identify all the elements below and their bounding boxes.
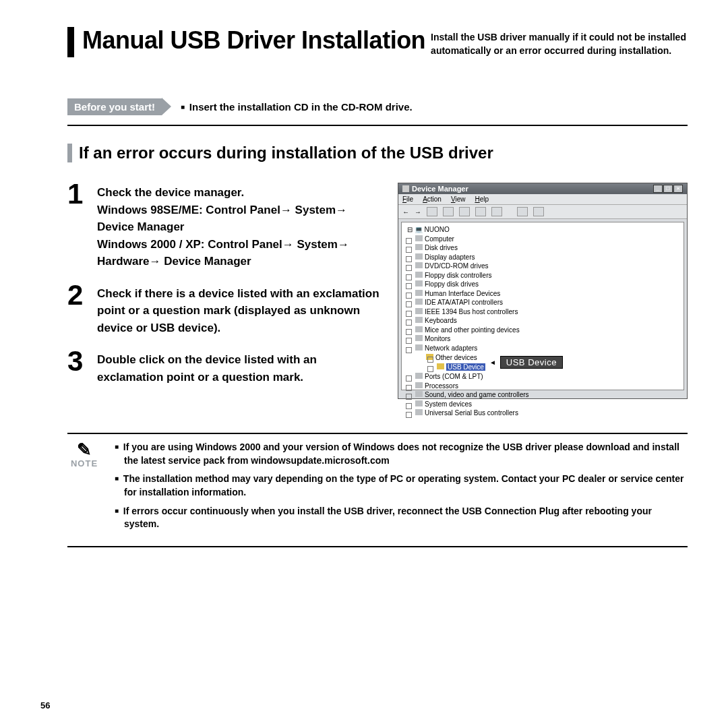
steps-column: 1 Check the device manager. Windows 98SE… bbox=[67, 183, 382, 399]
note-item: If you are using Windows 2000 and your v… bbox=[115, 441, 688, 467]
tree-item[interactable]: Keyboards bbox=[404, 316, 681, 326]
tree-item[interactable]: Disk drives bbox=[404, 243, 681, 253]
device-icon bbox=[415, 326, 423, 332]
tree-item[interactable]: Universal Serial Bus controllers bbox=[404, 408, 681, 418]
page-title: Manual USB Driver Installation bbox=[82, 27, 425, 54]
device-icon bbox=[415, 308, 423, 314]
before-text: Insert the installation CD in the CD-ROM… bbox=[181, 101, 413, 113]
toolbar-button[interactable] bbox=[517, 207, 528, 216]
toolbar: ← → bbox=[398, 205, 687, 219]
note-item: The installation method may vary dependi… bbox=[115, 473, 688, 499]
device-icon bbox=[415, 400, 423, 406]
device-icon bbox=[415, 317, 423, 323]
tree-item[interactable]: IDE ATA/ATAPI controllers bbox=[404, 298, 681, 307]
menu-help[interactable]: Help bbox=[475, 195, 489, 203]
minimize-button[interactable]: _ bbox=[653, 185, 663, 193]
device-icon bbox=[415, 253, 423, 260]
note-label-column: ✎ NOTE bbox=[67, 441, 101, 537]
step-text: Check the device manager. Windows 98SE/M… bbox=[97, 183, 382, 270]
tree-item[interactable]: IEEE 1394 Bus host controllers bbox=[404, 307, 681, 317]
device-manager-window: Device Manager _ □ × File Action View He… bbox=[398, 183, 688, 399]
device-icon bbox=[415, 344, 423, 351]
toolbar-button[interactable] bbox=[475, 207, 486, 216]
tree-item[interactable]: Ports (COM & LPT) bbox=[404, 372, 681, 382]
page-subtitle: Install the USB driver manually if it co… bbox=[431, 31, 688, 57]
device-icon bbox=[415, 409, 423, 415]
step-text: Double click on the device listed with a… bbox=[97, 350, 382, 386]
callout-arrow-icon: ◄ bbox=[489, 359, 496, 366]
menu-view[interactable]: View bbox=[451, 195, 466, 203]
menu-file[interactable]: File bbox=[402, 195, 413, 203]
tree-item-usb-device[interactable]: USB Device bbox=[426, 363, 485, 372]
note-list: If you are using Windows 2000 and your v… bbox=[115, 441, 688, 537]
step-number: 2 bbox=[67, 284, 88, 337]
tree-item[interactable]: System devices bbox=[404, 400, 681, 409]
forward-icon[interactable]: → bbox=[415, 208, 421, 216]
tree-item[interactable]: Network adapters bbox=[404, 344, 681, 353]
svg-marker-0 bbox=[162, 98, 171, 115]
tree-item[interactable]: Floppy disk controllers bbox=[404, 271, 681, 280]
page-header: Manual USB Driver Installation Install t… bbox=[67, 27, 688, 57]
window-buttons: _ □ × bbox=[653, 185, 683, 193]
device-icon bbox=[415, 272, 423, 278]
menu-bar: File Action View Help bbox=[398, 194, 687, 205]
before-badge-wrap: Before you start! bbox=[67, 98, 171, 115]
question-icon bbox=[437, 363, 444, 369]
divider bbox=[67, 125, 688, 126]
before-badge: Before you start! bbox=[67, 98, 162, 115]
step-2: 2 Check if there is a device listed with… bbox=[67, 284, 382, 337]
toolbar-button[interactable] bbox=[459, 207, 470, 216]
device-icon bbox=[415, 244, 423, 250]
tree-item[interactable]: Computer bbox=[404, 235, 681, 244]
window-titlebar: Device Manager _ □ × bbox=[398, 183, 687, 194]
device-icon bbox=[415, 280, 423, 286]
tree-item[interactable]: Processors bbox=[404, 382, 681, 391]
toolbar-button[interactable] bbox=[491, 207, 502, 216]
device-icon bbox=[415, 382, 423, 388]
tree-item[interactable]: Sound, video and game controllers bbox=[404, 390, 681, 400]
close-button[interactable]: × bbox=[673, 185, 683, 193]
other-devices-row: Other devices USB Device ◄ USB Device bbox=[404, 353, 681, 371]
window-title: Device Manager bbox=[402, 185, 468, 193]
step-number: 1 bbox=[67, 183, 88, 270]
tree-item[interactable]: Monitors bbox=[404, 334, 681, 344]
note-block: ✎ NOTE If you are using Windows 2000 and… bbox=[67, 433, 688, 547]
tree-root[interactable]: ⊟ 💻 NUONO bbox=[404, 225, 681, 235]
usb-device-callout: USB Device bbox=[500, 356, 563, 369]
menu-action[interactable]: Action bbox=[423, 195, 442, 203]
device-tree[interactable]: ⊟ 💻 NUONO Computer Disk drives Display a… bbox=[401, 222, 684, 390]
before-you-start-row: Before you start! Insert the installatio… bbox=[67, 98, 688, 115]
tree-item[interactable]: Mice and other pointing devices bbox=[404, 326, 681, 335]
back-icon[interactable]: ← bbox=[402, 208, 409, 216]
step-3: 3 Double click on the device listed with… bbox=[67, 350, 382, 386]
tree-item[interactable]: Display adapters bbox=[404, 253, 681, 262]
device-icon bbox=[415, 290, 423, 296]
note-label: NOTE bbox=[67, 458, 101, 468]
badge-arrow-icon bbox=[162, 98, 171, 115]
toolbar-button[interactable] bbox=[533, 207, 544, 216]
tree-item[interactable]: Human Interface Devices bbox=[404, 289, 681, 299]
device-icon bbox=[415, 235, 423, 241]
body-row: 1 Check the device manager. Windows 98SE… bbox=[67, 183, 688, 399]
tree-item-other-devices[interactable]: Other devices bbox=[426, 353, 485, 363]
toolbar-button[interactable] bbox=[427, 207, 437, 216]
step-text: Check if there is a device listed with a… bbox=[97, 284, 382, 337]
tree-item[interactable]: Floppy disk drives bbox=[404, 280, 681, 289]
device-icon bbox=[415, 373, 423, 379]
device-icon bbox=[415, 335, 423, 341]
page-number: 56 bbox=[40, 700, 50, 710]
step-1: 1 Check the device manager. Windows 98SE… bbox=[67, 183, 382, 270]
device-icon bbox=[415, 391, 423, 397]
device-icon bbox=[415, 299, 423, 305]
device-icon bbox=[415, 262, 423, 268]
toolbar-button[interactable] bbox=[443, 207, 454, 216]
step-number: 3 bbox=[67, 350, 88, 386]
note-item: If errors occur continuously when you in… bbox=[115, 505, 688, 531]
section-heading: If an error occurs during installation o… bbox=[67, 144, 688, 162]
note-hand-icon: ✎ bbox=[67, 441, 101, 458]
question-icon bbox=[426, 354, 433, 360]
maximize-button[interactable]: □ bbox=[663, 185, 673, 193]
tree-item[interactable]: DVD/CD-ROM drives bbox=[404, 262, 681, 271]
